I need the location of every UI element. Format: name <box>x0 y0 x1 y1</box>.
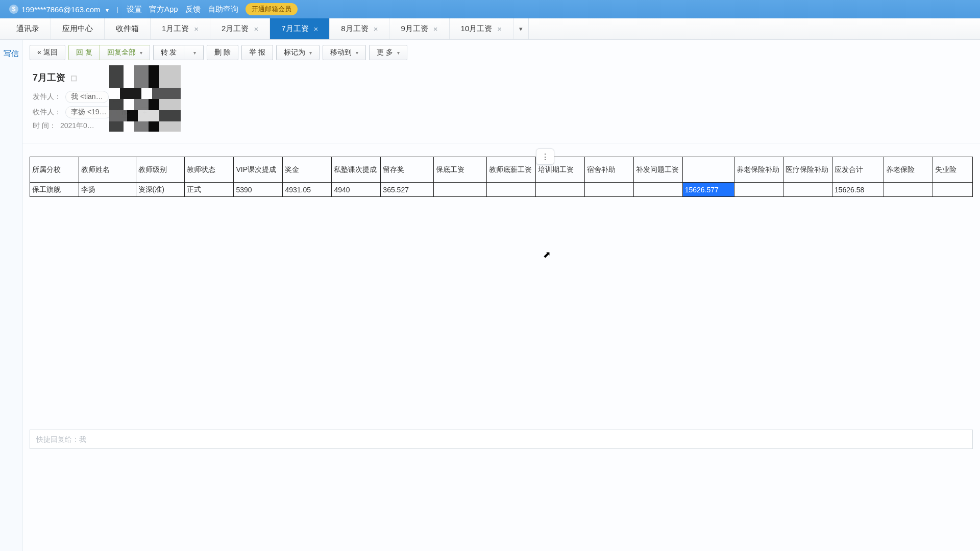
topbar: $ 199****7866@163.com | 设置 官方App 反馈 自助查询… <box>0 0 980 18</box>
close-icon[interactable]: × <box>374 24 378 33</box>
nav-feedback[interactable]: 反馈 <box>185 5 201 14</box>
tab-fixed-1[interactable]: 应用中心 <box>51 18 105 39</box>
tabs-row: 通讯录应用中心收件箱1月工资×2月工资×7月工资×8月工资×9月工资×10月工资… <box>0 18 980 40</box>
account-selector[interactable]: $ 199****7866@163.com <box>9 5 109 14</box>
close-icon[interactable]: × <box>194 24 199 33</box>
tab-fixed-2[interactable]: 收件箱 <box>105 18 151 39</box>
tab-label: 1月工资 <box>162 24 189 34</box>
tab-label: 7月工资 <box>281 24 308 34</box>
tab-mail-1[interactable]: 2月工资× <box>210 18 270 39</box>
tab-label: 8月工资 <box>341 24 368 34</box>
nav-self-service[interactable]: 自助查询 <box>208 5 238 14</box>
account-email: 199****7866@163.com <box>21 5 101 14</box>
tab-fixed-0[interactable]: 通讯录 <box>5 18 51 39</box>
coin-icon: $ <box>9 5 18 14</box>
close-icon[interactable]: × <box>433 24 438 33</box>
nav-official-app[interactable]: 官方App <box>149 5 178 14</box>
tab-label: 9月工资 <box>401 24 428 34</box>
tab-mail-4[interactable]: 9月工资× <box>389 18 449 39</box>
close-icon[interactable]: × <box>254 24 258 33</box>
tab-mail-2[interactable]: 7月工资× <box>270 18 330 39</box>
tab-mail-3[interactable]: 8月工资× <box>330 18 389 39</box>
tab-mail-5[interactable]: 10月工资× <box>450 18 513 39</box>
chevron-down-icon <box>104 5 109 14</box>
nav-settings[interactable]: 设置 <box>127 5 142 14</box>
close-icon[interactable]: × <box>497 24 502 33</box>
tab-label: 10月工资 <box>461 24 493 34</box>
tab-mail-0[interactable]: 1月工资× <box>151 18 210 39</box>
close-icon[interactable]: × <box>314 24 318 33</box>
separator: | <box>117 6 118 13</box>
tab-label: 2月工资 <box>222 24 249 34</box>
tab-overflow-button[interactable]: ▾ <box>513 18 529 39</box>
vip-button[interactable]: 开通邮箱会员 <box>246 3 298 15</box>
